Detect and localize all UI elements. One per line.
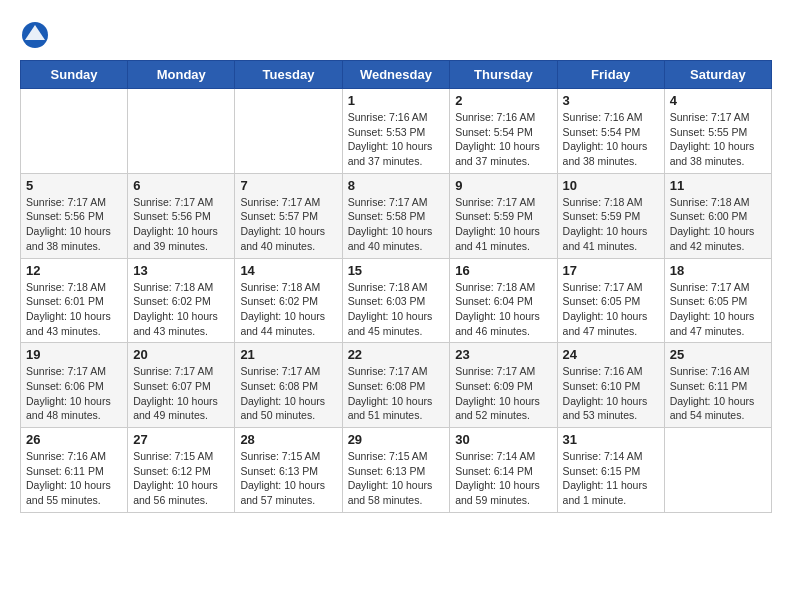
day-number: 25: [670, 347, 766, 362]
calendar-cell: 28Sunrise: 7:15 AM Sunset: 6:13 PM Dayli…: [235, 428, 342, 513]
day-number: 5: [26, 178, 122, 193]
page-header: [20, 20, 772, 50]
weekday-header: Sunday: [21, 61, 128, 89]
day-number: 17: [563, 263, 659, 278]
weekday-header: Wednesday: [342, 61, 450, 89]
calendar-cell: [235, 89, 342, 174]
day-info: Sunrise: 7:14 AM Sunset: 6:14 PM Dayligh…: [455, 449, 551, 508]
weekday-header-row: SundayMondayTuesdayWednesdayThursdayFrid…: [21, 61, 772, 89]
day-number: 8: [348, 178, 445, 193]
day-number: 21: [240, 347, 336, 362]
calendar-cell: 25Sunrise: 7:16 AM Sunset: 6:11 PM Dayli…: [664, 343, 771, 428]
day-number: 16: [455, 263, 551, 278]
calendar-cell: 29Sunrise: 7:15 AM Sunset: 6:13 PM Dayli…: [342, 428, 450, 513]
weekday-header: Friday: [557, 61, 664, 89]
calendar-cell: [21, 89, 128, 174]
calendar-week-row: 12Sunrise: 7:18 AM Sunset: 6:01 PM Dayli…: [21, 258, 772, 343]
calendar-cell: 18Sunrise: 7:17 AM Sunset: 6:05 PM Dayli…: [664, 258, 771, 343]
day-info: Sunrise: 7:15 AM Sunset: 6:13 PM Dayligh…: [240, 449, 336, 508]
day-number: 15: [348, 263, 445, 278]
calendar-cell: 21Sunrise: 7:17 AM Sunset: 6:08 PM Dayli…: [235, 343, 342, 428]
day-number: 19: [26, 347, 122, 362]
day-number: 14: [240, 263, 336, 278]
calendar-cell: 30Sunrise: 7:14 AM Sunset: 6:14 PM Dayli…: [450, 428, 557, 513]
calendar-cell: 6Sunrise: 7:17 AM Sunset: 5:56 PM Daylig…: [128, 173, 235, 258]
calendar-cell: 10Sunrise: 7:18 AM Sunset: 5:59 PM Dayli…: [557, 173, 664, 258]
calendar-week-row: 19Sunrise: 7:17 AM Sunset: 6:06 PM Dayli…: [21, 343, 772, 428]
day-number: 20: [133, 347, 229, 362]
day-number: 13: [133, 263, 229, 278]
day-info: Sunrise: 7:16 AM Sunset: 5:54 PM Dayligh…: [563, 110, 659, 169]
day-info: Sunrise: 7:15 AM Sunset: 6:12 PM Dayligh…: [133, 449, 229, 508]
day-info: Sunrise: 7:17 AM Sunset: 5:58 PM Dayligh…: [348, 195, 445, 254]
calendar-week-row: 5Sunrise: 7:17 AM Sunset: 5:56 PM Daylig…: [21, 173, 772, 258]
calendar-cell: 4Sunrise: 7:17 AM Sunset: 5:55 PM Daylig…: [664, 89, 771, 174]
logo-icon: [20, 20, 50, 50]
day-info: Sunrise: 7:17 AM Sunset: 6:06 PM Dayligh…: [26, 364, 122, 423]
calendar-cell: 22Sunrise: 7:17 AM Sunset: 6:08 PM Dayli…: [342, 343, 450, 428]
day-info: Sunrise: 7:16 AM Sunset: 5:53 PM Dayligh…: [348, 110, 445, 169]
day-number: 10: [563, 178, 659, 193]
day-info: Sunrise: 7:17 AM Sunset: 5:56 PM Dayligh…: [133, 195, 229, 254]
calendar-cell: 23Sunrise: 7:17 AM Sunset: 6:09 PM Dayli…: [450, 343, 557, 428]
calendar-cell: 11Sunrise: 7:18 AM Sunset: 6:00 PM Dayli…: [664, 173, 771, 258]
day-number: 28: [240, 432, 336, 447]
day-info: Sunrise: 7:16 AM Sunset: 6:10 PM Dayligh…: [563, 364, 659, 423]
calendar-cell: 12Sunrise: 7:18 AM Sunset: 6:01 PM Dayli…: [21, 258, 128, 343]
weekday-header: Saturday: [664, 61, 771, 89]
day-number: 23: [455, 347, 551, 362]
calendar-cell: 16Sunrise: 7:18 AM Sunset: 6:04 PM Dayli…: [450, 258, 557, 343]
calendar-cell: 14Sunrise: 7:18 AM Sunset: 6:02 PM Dayli…: [235, 258, 342, 343]
day-number: 7: [240, 178, 336, 193]
day-number: 9: [455, 178, 551, 193]
day-info: Sunrise: 7:17 AM Sunset: 5:55 PM Dayligh…: [670, 110, 766, 169]
calendar-cell: 15Sunrise: 7:18 AM Sunset: 6:03 PM Dayli…: [342, 258, 450, 343]
day-number: 27: [133, 432, 229, 447]
day-info: Sunrise: 7:18 AM Sunset: 6:03 PM Dayligh…: [348, 280, 445, 339]
day-info: Sunrise: 7:17 AM Sunset: 6:09 PM Dayligh…: [455, 364, 551, 423]
day-number: 2: [455, 93, 551, 108]
day-number: 22: [348, 347, 445, 362]
weekday-header: Monday: [128, 61, 235, 89]
day-info: Sunrise: 7:17 AM Sunset: 6:08 PM Dayligh…: [240, 364, 336, 423]
calendar-cell: 8Sunrise: 7:17 AM Sunset: 5:58 PM Daylig…: [342, 173, 450, 258]
calendar-cell: 27Sunrise: 7:15 AM Sunset: 6:12 PM Dayli…: [128, 428, 235, 513]
day-info: Sunrise: 7:18 AM Sunset: 6:02 PM Dayligh…: [240, 280, 336, 339]
day-number: 24: [563, 347, 659, 362]
calendar-cell: [128, 89, 235, 174]
day-info: Sunrise: 7:18 AM Sunset: 6:00 PM Dayligh…: [670, 195, 766, 254]
calendar-cell: 9Sunrise: 7:17 AM Sunset: 5:59 PM Daylig…: [450, 173, 557, 258]
calendar-cell: 31Sunrise: 7:14 AM Sunset: 6:15 PM Dayli…: [557, 428, 664, 513]
day-info: Sunrise: 7:16 AM Sunset: 5:54 PM Dayligh…: [455, 110, 551, 169]
calendar-cell: 24Sunrise: 7:16 AM Sunset: 6:10 PM Dayli…: [557, 343, 664, 428]
day-info: Sunrise: 7:16 AM Sunset: 6:11 PM Dayligh…: [26, 449, 122, 508]
calendar-cell: 19Sunrise: 7:17 AM Sunset: 6:06 PM Dayli…: [21, 343, 128, 428]
day-info: Sunrise: 7:17 AM Sunset: 5:57 PM Dayligh…: [240, 195, 336, 254]
day-info: Sunrise: 7:17 AM Sunset: 6:08 PM Dayligh…: [348, 364, 445, 423]
calendar-week-row: 1Sunrise: 7:16 AM Sunset: 5:53 PM Daylig…: [21, 89, 772, 174]
calendar-cell: 17Sunrise: 7:17 AM Sunset: 6:05 PM Dayli…: [557, 258, 664, 343]
calendar-cell: 26Sunrise: 7:16 AM Sunset: 6:11 PM Dayli…: [21, 428, 128, 513]
day-info: Sunrise: 7:17 AM Sunset: 6:05 PM Dayligh…: [563, 280, 659, 339]
calendar-cell: 13Sunrise: 7:18 AM Sunset: 6:02 PM Dayli…: [128, 258, 235, 343]
day-number: 31: [563, 432, 659, 447]
day-number: 3: [563, 93, 659, 108]
calendar-cell: 5Sunrise: 7:17 AM Sunset: 5:56 PM Daylig…: [21, 173, 128, 258]
day-info: Sunrise: 7:18 AM Sunset: 6:04 PM Dayligh…: [455, 280, 551, 339]
day-number: 12: [26, 263, 122, 278]
weekday-header: Tuesday: [235, 61, 342, 89]
day-number: 4: [670, 93, 766, 108]
day-number: 1: [348, 93, 445, 108]
calendar-week-row: 26Sunrise: 7:16 AM Sunset: 6:11 PM Dayli…: [21, 428, 772, 513]
calendar-cell: [664, 428, 771, 513]
calendar-cell: 20Sunrise: 7:17 AM Sunset: 6:07 PM Dayli…: [128, 343, 235, 428]
day-info: Sunrise: 7:18 AM Sunset: 6:01 PM Dayligh…: [26, 280, 122, 339]
day-info: Sunrise: 7:17 AM Sunset: 6:05 PM Dayligh…: [670, 280, 766, 339]
day-info: Sunrise: 7:15 AM Sunset: 6:13 PM Dayligh…: [348, 449, 445, 508]
day-info: Sunrise: 7:14 AM Sunset: 6:15 PM Dayligh…: [563, 449, 659, 508]
day-number: 18: [670, 263, 766, 278]
logo: [20, 20, 54, 50]
day-number: 29: [348, 432, 445, 447]
day-info: Sunrise: 7:16 AM Sunset: 6:11 PM Dayligh…: [670, 364, 766, 423]
day-info: Sunrise: 7:18 AM Sunset: 5:59 PM Dayligh…: [563, 195, 659, 254]
